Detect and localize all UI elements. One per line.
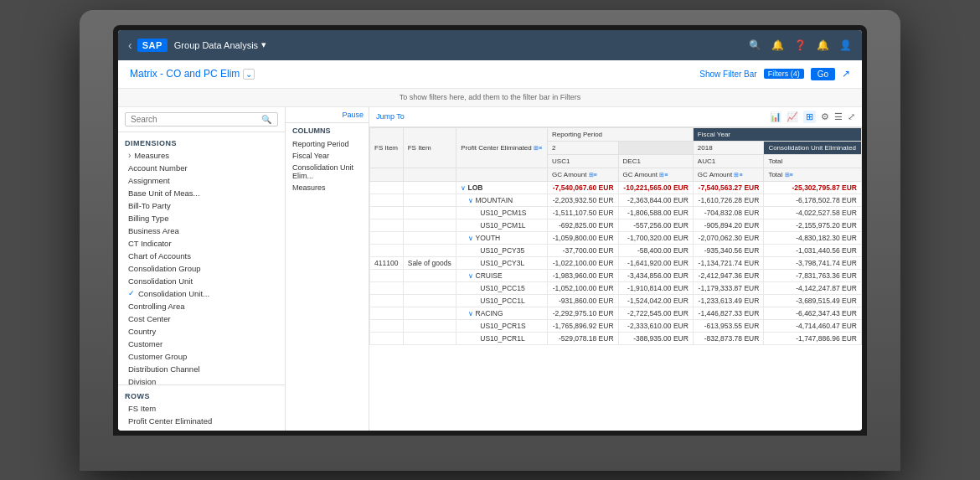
- sub-header-gc-dec1: GC Amount ⊞≡: [618, 168, 693, 181]
- col-consolidation-unit[interactable]: Consolidation Unit Elim...: [286, 162, 369, 182]
- col-auc1: AUC1: [693, 154, 764, 168]
- header-bar: Matrix - CO and PC Elim ⌄ Show Filter Ba…: [118, 60, 862, 89]
- col-rp-value: 2: [548, 141, 619, 154]
- pause-button[interactable]: Pause: [342, 111, 364, 119]
- col-reporting-period[interactable]: Reporting Period: [286, 138, 369, 150]
- cell-fs-item-2: [403, 181, 456, 194]
- cell-usc1: -1,052,100.00 EUR: [548, 281, 619, 294]
- dropdown-icon[interactable]: ▾: [261, 39, 266, 50]
- dimensions-section-header: DIMENSIONS: [118, 136, 285, 149]
- cell-total: -4,022,527.58 EUR: [764, 206, 862, 219]
- cell-auc1: -1,233,613.49 EUR: [693, 294, 764, 307]
- cell-dec1: -3,434,856.00 EUR: [618, 269, 693, 281]
- options-icon[interactable]: ☰: [834, 111, 843, 122]
- cell-pc-elim: ∨ YOUTH: [456, 231, 548, 244]
- dimension-cost-center[interactable]: Cost Center: [118, 312, 285, 325]
- cell-auc1: -1,610,726.28 EUR: [693, 194, 764, 206]
- cell-total: -2,155,975.20 EUR: [764, 219, 862, 231]
- back-button[interactable]: ‹: [128, 39, 132, 52]
- dimension-distribution-channel[interactable]: Distribution Channel: [118, 363, 285, 375]
- dimension-customer-group[interactable]: Customer Group: [118, 350, 285, 363]
- dimension-consolidation-unit-checked[interactable]: Consolidation Unit...: [118, 287, 285, 300]
- table-icon[interactable]: ⊞: [803, 111, 816, 123]
- cell-fs-item-2: [403, 294, 456, 307]
- expand-arrow-icon[interactable]: ∨: [468, 272, 475, 280]
- cell-fs-item-2: [403, 219, 456, 231]
- cell-fs-item-1: [370, 231, 404, 244]
- col-measures[interactable]: Measures: [286, 182, 369, 194]
- dimension-ct-indicator[interactable]: CT Indicator: [118, 237, 285, 250]
- data-table: FS Item FS Item Profit Center Eliminated…: [369, 127, 862, 345]
- sap-logo: SAP: [137, 39, 168, 52]
- expand-arrow-icon[interactable]: ∨: [468, 310, 475, 317]
- table-row: US10_PCY35-37,700.00 EUR-58,400.00 EUR-9…: [370, 244, 862, 256]
- chart-bar-icon[interactable]: 📊: [770, 111, 781, 122]
- search-icon[interactable]: 🔍: [749, 39, 761, 51]
- table-row: US10_PCC15-1,052,100.00 EUR-1,910,814.00…: [370, 281, 862, 294]
- header-actions: Show Filter Bar Filters (4) Go ↗: [699, 68, 850, 80]
- nav-icons: 🔍 🔔 ❓ 🔔 👤: [749, 39, 852, 51]
- search-submit-icon[interactable]: 🔍: [261, 115, 271, 124]
- filter-info-bar: To show filters here, add them to the fi…: [118, 89, 862, 107]
- user-icon[interactable]: 👤: [839, 39, 852, 51]
- cell-pc-elim: US10_PCM1L: [456, 219, 548, 231]
- search-box: 🔍: [118, 107, 285, 132]
- cell-auc1: -7,540,563.27 EUR: [693, 181, 764, 194]
- cell-usc1: -1,511,107.50 EUR: [548, 206, 619, 219]
- cell-fs-item-1: [370, 244, 404, 256]
- table-row: ∨ CRUISE-1,983,960.00 EUR-3,434,856.00 E…: [370, 269, 862, 281]
- cell-auc1: -905,894.20 EUR: [693, 219, 764, 231]
- cell-pc-elim: ∨ MOUNTAIN: [456, 194, 548, 206]
- col-fiscal-year[interactable]: Fiscal Year: [286, 150, 369, 162]
- alerts-icon[interactable]: 🔔: [817, 39, 829, 51]
- cell-fs-item-1: [370, 307, 404, 319]
- dimension-customer[interactable]: Customer: [118, 338, 285, 350]
- row-profit-center-eliminated[interactable]: Profit Center Eliminated: [118, 415, 285, 427]
- cell-usc1: -2,203,932.50 EUR: [548, 194, 619, 206]
- dimension-chart-of-accounts[interactable]: Chart of Accounts: [118, 250, 285, 262]
- dimension-bill-to-party[interactable]: Bill-To Party: [118, 199, 285, 212]
- table-row: US10_PCC1L-931,860.00 EUR-1,524,042.00 E…: [370, 294, 862, 307]
- sub-header-fs1: [370, 168, 404, 181]
- table-row: ∨ LOB-7,540,067.60 EUR-10,221,565.00 EUR…: [370, 181, 862, 194]
- cell-fs-item-1: [370, 206, 404, 219]
- cell-auc1: -1,446,827.33 EUR: [693, 307, 764, 319]
- help-icon[interactable]: ❓: [794, 39, 807, 51]
- cell-usc1: -1,765,896.92 EUR: [548, 319, 619, 332]
- expand-arrow-icon[interactable]: ∨: [468, 235, 475, 242]
- notification-icon[interactable]: 🔔: [771, 39, 784, 51]
- go-button[interactable]: Go: [811, 68, 835, 80]
- search-input[interactable]: [125, 112, 278, 126]
- cell-pc-elim: US10_PCR1L: [456, 332, 548, 344]
- expand-arrow-icon[interactable]: ∨: [461, 184, 467, 192]
- expand-icon[interactable]: ⤢: [848, 111, 855, 122]
- view-dropdown-icon[interactable]: ⌄: [243, 69, 255, 80]
- dimension-measures[interactable]: Measures: [118, 149, 285, 162]
- dimension-consolidation-group[interactable]: Consolidation Group: [118, 262, 285, 275]
- row-fs-item[interactable]: FS Item: [118, 402, 285, 415]
- settings-icon[interactable]: ⚙: [821, 111, 829, 122]
- chart-line-icon[interactable]: 📈: [787, 111, 798, 122]
- cell-auc1: -2,070,062.30 EUR: [693, 231, 764, 244]
- dimension-assignment[interactable]: Assignment: [118, 174, 285, 187]
- dimension-account-number[interactable]: Account Number: [118, 162, 285, 174]
- dimension-consolidation-unit[interactable]: Consolidation Unit: [118, 275, 285, 287]
- dimension-country[interactable]: Country: [118, 325, 285, 338]
- dimension-base-unit[interactable]: Base Unit of Meas...: [118, 187, 285, 199]
- dimension-business-area[interactable]: Business Area: [118, 225, 285, 237]
- dimension-division[interactable]: Division: [118, 375, 285, 385]
- dimension-billing-type[interactable]: Billing Type: [118, 212, 285, 225]
- dimension-controlling-area[interactable]: Controlling Area: [118, 300, 285, 312]
- show-filter-bar-button[interactable]: Show Filter Bar: [699, 70, 756, 79]
- data-toolbar: Jump To 📊 📈 ⊞ ⚙ ☰ ⤢: [369, 107, 862, 127]
- cell-dec1: -557,256.00 EUR: [618, 219, 693, 231]
- cell-pc-elim: US10_PCY35: [456, 244, 548, 256]
- col-fy-label: [618, 141, 693, 154]
- expand-arrow-icon[interactable]: ∨: [468, 197, 475, 204]
- export-icon[interactable]: ↗: [842, 68, 850, 80]
- cell-usc1: -529,078.18 EUR: [548, 332, 619, 344]
- cell-usc1: -1,022,100.00 EUR: [548, 256, 619, 269]
- jump-to-button[interactable]: Jump To: [376, 112, 405, 121]
- cell-pc-elim: US10_PCC1L: [456, 294, 548, 307]
- filter-count-badge: Filters (4): [764, 69, 804, 79]
